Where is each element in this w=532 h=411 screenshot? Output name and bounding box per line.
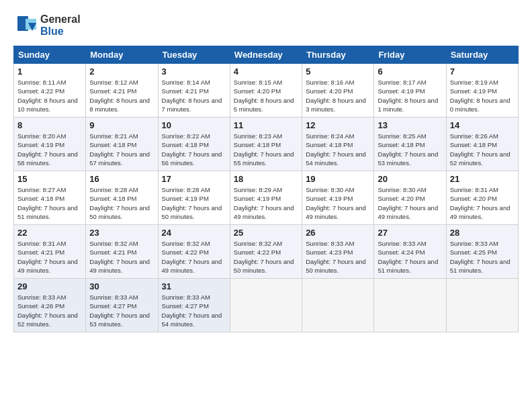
logo-text: General Blue [40,13,81,37]
calendar-cell: 29 Sunrise: 8:33 AM Sunset: 4:26 PM Dayl… [14,279,86,332]
day-info: Sunrise: 8:26 AM Sunset: 4:18 PM Dayligh… [450,132,511,167]
day-number: 30 [89,281,154,291]
calendar-cell: 25 Sunrise: 8:32 AM Sunset: 4:22 PM Dayl… [230,225,302,279]
calendar-cell: 11 Sunrise: 8:23 AM Sunset: 4:18 PM Dayl… [230,118,302,171]
day-info: Sunrise: 8:27 AM Sunset: 4:18 PM Dayligh… [17,186,78,220]
calendar-cell: 19 Sunrise: 8:30 AM Sunset: 4:19 PM Dayl… [302,171,374,225]
logo-blue: Blue [40,26,81,38]
day-number: 25 [234,228,298,238]
day-number: 3 [162,66,226,77]
calendar-cell: 27 Sunrise: 8:33 AM Sunset: 4:24 PM Dayl… [374,225,446,279]
calendar-cell: 28 Sunrise: 8:33 AM Sunset: 4:25 PM Dayl… [446,225,518,279]
calendar-cell: 21 Sunrise: 8:31 AM Sunset: 4:20 PM Dayl… [446,171,518,225]
col-header-monday: Monday [86,46,158,64]
day-number: 20 [378,174,442,184]
day-info: Sunrise: 8:24 AM Sunset: 4:18 PM Dayligh… [306,132,366,167]
calendar-cell: 10 Sunrise: 8:22 AM Sunset: 4:18 PM Dayl… [158,118,230,171]
day-info: Sunrise: 8:32 AM Sunset: 4:22 PM Dayligh… [162,240,222,274]
day-number: 11 [234,120,298,130]
day-info: Sunrise: 8:20 AM Sunset: 4:19 PM Dayligh… [17,132,78,167]
day-number: 17 [162,174,226,184]
calendar-cell: 8 Sunrise: 8:20 AM Sunset: 4:19 PM Dayli… [14,118,86,171]
calendar-cell: 24 Sunrise: 8:32 AM Sunset: 4:22 PM Dayl… [158,225,230,279]
day-number: 22 [17,228,82,238]
col-header-tuesday: Tuesday [158,46,230,64]
day-number: 4 [234,66,298,77]
calendar-cell: 4 Sunrise: 8:15 AM Sunset: 4:20 PM Dayli… [230,64,302,118]
col-header-friday: Friday [374,46,446,64]
calendar-cell: 14 Sunrise: 8:26 AM Sunset: 4:18 PM Dayl… [446,118,518,171]
calendar-cell: 12 Sunrise: 8:24 AM Sunset: 4:18 PM Dayl… [302,118,374,171]
day-number: 15 [17,174,82,184]
day-info: Sunrise: 8:32 AM Sunset: 4:21 PM Dayligh… [89,240,150,274]
day-number: 26 [306,228,370,238]
col-header-saturday: Saturday [446,46,518,64]
day-info: Sunrise: 8:16 AM Sunset: 4:20 PM Dayligh… [306,79,366,113]
calendar-cell [446,279,518,332]
day-info: Sunrise: 8:14 AM Sunset: 4:21 PM Dayligh… [162,79,222,113]
calendar-cell [302,279,374,332]
day-number: 7 [450,66,515,77]
week-row-2: 8 Sunrise: 8:20 AM Sunset: 4:19 PM Dayli… [14,118,519,171]
day-number: 6 [378,66,442,77]
page: General Blue SundayMondayTuesdayWednesda… [0,0,532,411]
header: General Blue [13,12,519,39]
day-number: 16 [89,174,154,184]
day-info: Sunrise: 8:31 AM Sunset: 4:20 PM Dayligh… [450,186,511,220]
logo: General Blue [13,12,81,39]
day-info: Sunrise: 8:25 AM Sunset: 4:18 PM Dayligh… [378,132,438,167]
calendar-cell: 30 Sunrise: 8:33 AM Sunset: 4:27 PM Dayl… [86,279,158,332]
col-header-wednesday: Wednesday [230,46,302,64]
day-info: Sunrise: 8:23 AM Sunset: 4:18 PM Dayligh… [234,132,294,167]
day-info: Sunrise: 8:30 AM Sunset: 4:20 PM Dayligh… [378,186,438,220]
day-info: Sunrise: 8:22 AM Sunset: 4:18 PM Dayligh… [162,132,222,167]
day-info: Sunrise: 8:11 AM Sunset: 4:22 PM Dayligh… [17,79,78,113]
day-number: 9 [89,120,154,130]
day-info: Sunrise: 8:29 AM Sunset: 4:19 PM Dayligh… [234,186,294,220]
calendar-cell: 2 Sunrise: 8:12 AM Sunset: 4:21 PM Dayli… [86,64,158,118]
calendar-cell: 16 Sunrise: 8:28 AM Sunset: 4:18 PM Dayl… [86,171,158,225]
calendar-cell: 23 Sunrise: 8:32 AM Sunset: 4:21 PM Dayl… [86,225,158,279]
day-info: Sunrise: 8:28 AM Sunset: 4:18 PM Dayligh… [89,186,150,220]
day-info: Sunrise: 8:28 AM Sunset: 4:19 PM Dayligh… [162,186,222,220]
day-number: 18 [234,174,298,184]
calendar-cell: 22 Sunrise: 8:31 AM Sunset: 4:21 PM Dayl… [14,225,86,279]
day-number: 19 [306,174,370,184]
col-header-sunday: Sunday [14,46,86,64]
calendar-cell: 6 Sunrise: 8:17 AM Sunset: 4:19 PM Dayli… [374,64,446,118]
day-info: Sunrise: 8:12 AM Sunset: 4:21 PM Dayligh… [89,79,150,113]
day-info: Sunrise: 8:33 AM Sunset: 4:25 PM Dayligh… [450,240,511,274]
day-info: Sunrise: 8:33 AM Sunset: 4:24 PM Dayligh… [378,240,438,274]
day-info: Sunrise: 8:33 AM Sunset: 4:26 PM Dayligh… [17,293,78,328]
day-info: Sunrise: 8:31 AM Sunset: 4:21 PM Dayligh… [17,240,78,274]
day-number: 24 [162,228,226,238]
calendar-cell: 1 Sunrise: 8:11 AM Sunset: 4:22 PM Dayli… [14,64,86,118]
day-number: 29 [17,281,82,291]
day-info: Sunrise: 8:15 AM Sunset: 4:20 PM Dayligh… [234,79,294,113]
calendar-cell: 13 Sunrise: 8:25 AM Sunset: 4:18 PM Dayl… [374,118,446,171]
day-number: 21 [450,174,515,184]
calendar-header-row: SundayMondayTuesdayWednesdayThursdayFrid… [14,46,519,64]
day-number: 23 [89,228,154,238]
week-row-1: 1 Sunrise: 8:11 AM Sunset: 4:22 PM Dayli… [14,64,519,118]
day-info: Sunrise: 8:32 AM Sunset: 4:22 PM Dayligh… [234,240,294,274]
week-row-3: 15 Sunrise: 8:27 AM Sunset: 4:18 PM Dayl… [14,171,519,225]
week-row-5: 29 Sunrise: 8:33 AM Sunset: 4:26 PM Dayl… [14,279,519,332]
day-info: Sunrise: 8:21 AM Sunset: 4:18 PM Dayligh… [89,132,150,167]
calendar-cell: 20 Sunrise: 8:30 AM Sunset: 4:20 PM Dayl… [374,171,446,225]
day-info: Sunrise: 8:33 AM Sunset: 4:23 PM Dayligh… [306,240,366,274]
calendar-cell: 17 Sunrise: 8:28 AM Sunset: 4:19 PM Dayl… [158,171,230,225]
logo-general: General [40,13,81,26]
day-number: 8 [17,120,82,130]
logo-icon [13,12,40,39]
day-info: Sunrise: 8:30 AM Sunset: 4:19 PM Dayligh… [306,186,366,220]
day-number: 2 [89,66,154,77]
day-info: Sunrise: 8:19 AM Sunset: 4:19 PM Dayligh… [450,79,511,113]
calendar-cell: 9 Sunrise: 8:21 AM Sunset: 4:18 PM Dayli… [86,118,158,171]
calendar-cell: 31 Sunrise: 8:33 AM Sunset: 4:27 PM Dayl… [158,279,230,332]
calendar-cell [230,279,302,332]
calendar-cell: 15 Sunrise: 8:27 AM Sunset: 4:18 PM Dayl… [14,171,86,225]
day-number: 14 [450,120,515,130]
day-number: 13 [378,120,442,130]
day-number: 12 [306,120,370,130]
